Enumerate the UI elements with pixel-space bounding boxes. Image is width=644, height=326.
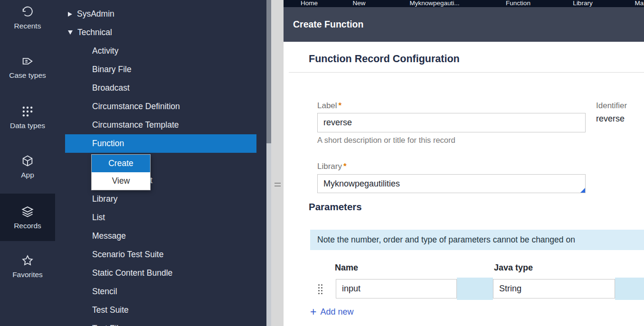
tree-item-label: Function [92,139,124,149]
row-cell-spacer [615,278,644,300]
label-field-label: Label* [317,101,341,111]
tree-scrollbar-track[interactable] [266,0,271,326]
param-java-type-input[interactable] [493,279,615,298]
parameters-title: Parameters [309,201,362,213]
required-marker: * [342,162,347,171]
tree-item-label: Text File [92,324,123,326]
rail-item-data-types[interactable]: Data types [0,104,55,138]
expand-icon[interactable] [68,30,73,35]
recents-icon [20,5,35,19]
tree-item-label: Library [92,194,118,204]
rail-item-recents[interactable]: Recents [0,5,55,38]
identifier-value: reverse [596,114,625,124]
tree-item-sysadmin[interactable]: SysAdmin [55,5,266,23]
tab-clipped[interactable]: Ma [635,0,644,7]
case-types-icon [20,54,35,68]
library-input[interactable] [317,174,586,193]
parameter-row [284,278,644,300]
panel-splitter[interactable] [271,0,284,326]
context-menu-create[interactable]: Create [92,155,150,172]
app-icon [20,154,35,168]
rail-item-label: App [21,171,34,179]
add-new-link[interactable]: + Add new [310,307,354,317]
parameters-note: Note the number, order and type of param… [310,230,644,250]
rail-item-label: Favorites [12,270,43,279]
dev-studio-window: Recents Case types Data types [0,0,644,326]
drag-handle-icon[interactable] [318,284,323,294]
label-help-text: A short description or title for this re… [317,136,455,145]
tree-item-label: Activity [92,46,118,56]
tree-item[interactable]: Library [55,190,266,208]
collapse-icon[interactable] [68,12,72,17]
row-cell-spacer [457,278,493,300]
tab-new[interactable]: New [352,0,365,7]
param-java-type-wrap [493,279,615,298]
tree-item[interactable]: Stencil [55,282,266,301]
field-label-text: Label [317,101,337,110]
dialog-header: Create Function [284,7,644,42]
tree-item[interactable]: Static Content Bundle [55,264,266,282]
tree-item[interactable]: Text File [55,319,266,326]
tree-item-label: Scenario Test Suite [92,250,163,260]
tree-item-label: Circumstance Template [92,120,179,130]
tree-item[interactable]: Activity [55,42,266,60]
tree-item-label: List [92,213,105,223]
menu-item-label: Create [108,158,133,168]
rail-item-label: Recents [14,22,41,30]
splitter-handle-icon[interactable] [275,183,281,186]
rail-item-favorites[interactable]: Favorites [0,253,55,287]
section-title: Function Record Configuration [309,53,460,65]
tree-item[interactable]: Test Suite [55,301,266,319]
tab-library[interactable]: Library [573,0,592,7]
rail-item-label: Data types [10,121,45,130]
tree-item-function[interactable]: Function [65,134,256,153]
required-marker: * [337,101,342,110]
tab-bar: Home New Myknowpegauti... Function Libra… [284,0,644,7]
identifier-label: Identifier [596,101,627,111]
tree-scrollbar-thumb[interactable] [266,0,271,143]
main-area: Home New Myknowpegauti... Function Libra… [284,0,644,326]
tree-item-label: Message [92,231,126,241]
rail-item-label: Records [14,222,41,230]
column-header-name: Name [335,263,358,273]
rail-item-app[interactable]: App [0,154,55,187]
param-name-input[interactable] [336,279,457,298]
rail-item-label: Case types [9,71,46,80]
data-types-icon [20,104,35,119]
tree-item[interactable]: Circumstance Definition [55,97,266,116]
add-icon: + [310,307,316,317]
tree-item[interactable]: List [55,208,266,227]
tree-item-label: Stencil [92,287,117,297]
tree-item[interactable]: Broadcast [55,79,266,97]
tree-item[interactable]: Binary File [55,60,266,79]
autocomplete-corner-icon [580,188,585,193]
tree-item-label: SysAdmin [77,9,114,19]
rail-item-records[interactable]: Records [0,194,55,241]
favorites-icon [20,253,35,268]
tree-item[interactable]: Circumstance Template [55,116,266,134]
rail-item-case-types[interactable]: Case types [0,54,55,87]
label-input[interactable] [317,113,586,132]
dialog-title: Create Function [293,19,363,30]
context-menu: Create View [91,154,151,190]
records-explorer: SysAdmin Technical Activity Binary File … [55,0,266,326]
records-icon [20,205,35,219]
tree-item-label: Binary File [92,65,132,75]
tree-item-label: Circumstance Definition [92,102,180,112]
column-header-java-type: Java type [494,263,533,273]
tree-item[interactable]: HTML Fragment [55,171,266,190]
tab-function[interactable]: Function [506,0,530,7]
library-field-label: Library* [317,162,347,171]
library-input-wrap [317,174,586,193]
tree-item[interactable]: Message [55,227,266,245]
tab-home[interactable]: Home [301,0,318,7]
add-new-label: Add new [320,307,353,317]
section-divider [289,72,644,73]
tree-item[interactable]: Function Alias [55,153,266,171]
tab-myknowpegautilities[interactable]: Myknowpegauti... [409,0,459,7]
param-name-wrap [336,279,457,298]
context-menu-view[interactable]: View [92,172,150,190]
tree-item[interactable]: Scenario Test Suite [55,245,266,264]
tree-item-technical[interactable]: Technical [55,23,266,42]
label-input-wrap [317,113,586,132]
